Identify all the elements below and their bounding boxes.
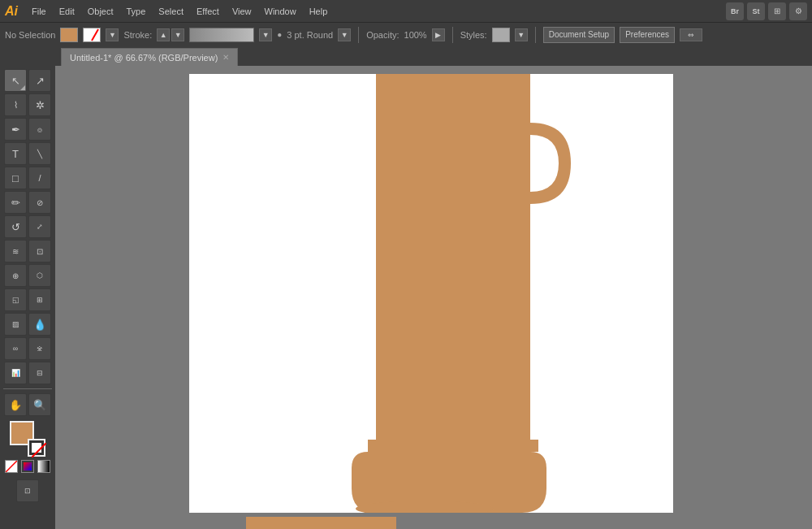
gradient-tool[interactable]: ▨ bbox=[4, 313, 27, 336]
tab-close-button[interactable]: ✕ bbox=[222, 53, 229, 62]
menu-view[interactable]: View bbox=[227, 5, 257, 18]
menu-object[interactable]: Object bbox=[82, 5, 119, 18]
color-icon[interactable] bbox=[21, 460, 34, 473]
stroke-up[interactable]: ▲ bbox=[157, 28, 170, 41]
scale-tool[interactable]: ⤢ bbox=[28, 215, 51, 238]
toolbar: ↖ ↗ ⌇ ✲ ✒ ⌾ T bbox=[0, 66, 55, 529]
preferences-button[interactable]: Preferences bbox=[620, 27, 675, 43]
none-icon[interactable] bbox=[5, 460, 18, 473]
menu-select[interactable]: Select bbox=[153, 5, 189, 18]
menu-help[interactable]: Help bbox=[304, 5, 334, 18]
bridge-icon[interactable]: Br bbox=[726, 2, 744, 20]
menu-right-icons: Br St ⊞ ⚙ bbox=[726, 2, 807, 20]
svg-line-1 bbox=[6, 461, 17, 472]
svg-line-0 bbox=[32, 443, 46, 457]
shape-builder-tool[interactable]: ⊕ bbox=[4, 264, 27, 287]
main-area: ↖ ↗ ⌇ ✲ ✒ ⌾ T bbox=[0, 66, 812, 529]
tool-row-10: ◱ ⊞ bbox=[4, 288, 51, 311]
warp-tool[interactable]: ≋ bbox=[4, 240, 27, 262]
column-graph-tool[interactable]: 📊 bbox=[4, 362, 27, 384]
color-pair bbox=[10, 421, 45, 457]
canvas-area[interactable] bbox=[55, 66, 812, 529]
eyedropper-tool[interactable]: 💧 bbox=[28, 313, 51, 336]
tab-bar: Untitled-1* @ 66.67% (RGB/Preview) ✕ bbox=[0, 46, 812, 66]
sep2 bbox=[452, 27, 453, 43]
toolbar-separator bbox=[3, 388, 52, 389]
live-paint-tool[interactable]: ⬡ bbox=[28, 264, 51, 287]
svg-rect-2 bbox=[376, 74, 530, 423]
tool-row-9: ⊕ ⬡ bbox=[4, 264, 51, 287]
type-tool[interactable]: T bbox=[4, 142, 27, 165]
tool-row-12: ∞ ※ bbox=[4, 337, 51, 360]
stock-icon[interactable]: St bbox=[747, 2, 765, 20]
stroke-swatch[interactable] bbox=[28, 439, 45, 457]
opacity-label: Opacity: bbox=[366, 30, 399, 40]
below-artboard bbox=[246, 517, 396, 529]
tool-corner bbox=[20, 85, 25, 90]
blend-tool[interactable]: ∞ bbox=[4, 337, 27, 360]
tool-row-1: ↖ ↗ bbox=[4, 69, 51, 92]
opacity-arrow[interactable]: ▶ bbox=[432, 28, 445, 41]
stroke-bar-arrow[interactable]: ▼ bbox=[259, 28, 272, 41]
options-bar: No Selection ▼ Stroke: ▲ ▼ ▼ ● 3 pt. Rou… bbox=[0, 22, 812, 46]
menu-effect[interactable]: Effect bbox=[191, 5, 225, 18]
document-tab[interactable]: Untitled-1* @ 66.67% (RGB/Preview) ✕ bbox=[61, 48, 238, 66]
arrange-icon[interactable]: ⇔ bbox=[680, 28, 702, 41]
tool-row-13: 📊 ⊟ bbox=[4, 362, 51, 384]
selection-label: No Selection bbox=[5, 30, 55, 40]
color-area bbox=[5, 421, 50, 473]
document-setup-button[interactable]: Document Setup bbox=[543, 27, 615, 43]
free-transform-tool[interactable]: ⊡ bbox=[28, 240, 51, 262]
tool-row-2: ⌇ ✲ bbox=[4, 93, 51, 116]
stroke-slash bbox=[32, 443, 46, 457]
curvature-tool[interactable]: ⌾ bbox=[28, 118, 51, 141]
zoom-tool[interactable]: 🔍 bbox=[28, 393, 51, 416]
mesh-tool[interactable]: ⊞ bbox=[28, 288, 51, 311]
styles-swatch[interactable] bbox=[492, 28, 510, 42]
tool-row-4: T ╲ bbox=[4, 142, 51, 165]
paintbrush-tool[interactable]: / bbox=[28, 167, 51, 189]
hand-tool[interactable]: ✋ bbox=[4, 393, 27, 416]
brush-size-prefix: ● bbox=[277, 30, 282, 39]
stroke-fill-bar bbox=[189, 28, 254, 42]
menu-type[interactable]: Type bbox=[121, 5, 152, 18]
fill-color-swatch[interactable] bbox=[60, 28, 78, 42]
tool-row-5: □ / bbox=[4, 167, 51, 189]
artwork-svg bbox=[189, 74, 673, 513]
tool-row-6: ✏ ⊘ bbox=[4, 191, 51, 214]
pen-tool[interactable]: ✒ bbox=[4, 118, 27, 141]
brush-arrow[interactable]: ▼ bbox=[338, 28, 351, 41]
css-extract-icon[interactable]: ⚙ bbox=[789, 2, 807, 20]
artboard-nav[interactable]: ⊡ bbox=[16, 479, 39, 502]
gradient-icon[interactable] bbox=[37, 460, 50, 473]
direct-selection-tool[interactable]: ↗ bbox=[28, 69, 51, 92]
tool-row-14: ✋ 🔍 bbox=[4, 393, 51, 416]
menu-window[interactable]: Window bbox=[259, 5, 302, 18]
styles-arrow[interactable]: ▼ bbox=[515, 28, 528, 41]
artboard-tool[interactable]: ⊟ bbox=[28, 362, 51, 384]
workspace-icon[interactable]: ⊞ bbox=[768, 2, 786, 20]
symbol-sprayer-tool[interactable]: ※ bbox=[28, 337, 51, 360]
stroke-arrow[interactable]: ▼ bbox=[106, 28, 119, 41]
eraser-tool[interactable]: ⊘ bbox=[28, 191, 51, 214]
menu-bar: Ai File Edit Object Type Select Effect V… bbox=[0, 0, 812, 22]
stroke-down[interactable]: ▼ bbox=[171, 28, 184, 41]
opacity-value: 100% bbox=[404, 30, 427, 40]
menu-file[interactable]: File bbox=[26, 5, 52, 18]
rotate-tool[interactable]: ↺ bbox=[4, 215, 27, 238]
selection-tool[interactable]: ↖ bbox=[4, 69, 27, 92]
tool-row-11: ▨ 💧 bbox=[4, 313, 51, 336]
lasso-tool[interactable]: ⌇ bbox=[4, 93, 27, 116]
magic-wand-tool[interactable]: ✲ bbox=[28, 93, 51, 116]
stroke-icon[interactable] bbox=[83, 28, 101, 42]
tool-row-7: ↺ ⤢ bbox=[4, 215, 51, 238]
perspective-tool[interactable]: ◱ bbox=[4, 288, 27, 311]
tool-row-8: ≋ ⊡ bbox=[4, 240, 51, 262]
line-tool[interactable]: ╲ bbox=[28, 142, 51, 165]
brush-label: 3 pt. Round bbox=[287, 30, 333, 40]
svg-rect-4 bbox=[368, 440, 538, 452]
menu-edit[interactable]: Edit bbox=[54, 5, 80, 18]
tool-row-3: ✒ ⌾ bbox=[4, 118, 51, 141]
pencil-tool[interactable]: ✏ bbox=[4, 191, 27, 214]
rectangle-tool[interactable]: □ bbox=[4, 167, 27, 189]
